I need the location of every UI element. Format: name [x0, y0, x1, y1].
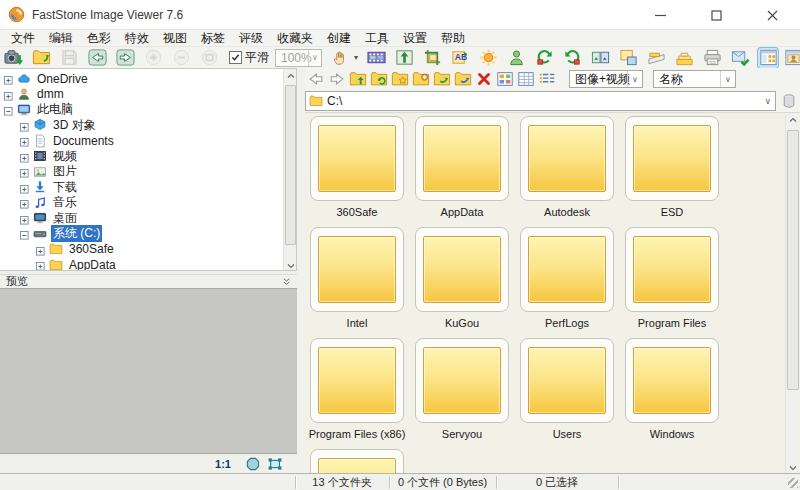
- folder-thumbnail[interactable]: PerfLogs: [520, 227, 614, 331]
- menu-item[interactable]: 文件: [4, 30, 42, 47]
- menu-item[interactable]: 标签: [194, 30, 232, 47]
- folder-card[interactable]: [520, 227, 614, 312]
- folder-card[interactable]: [310, 449, 404, 473]
- tree-item[interactable]: 桌面: [0, 211, 282, 227]
- tree-item[interactable]: Documents: [0, 133, 282, 149]
- smooth-checkbox[interactable]: 平滑: [229, 49, 269, 66]
- expand-icon[interactable]: [20, 214, 29, 223]
- menu-item[interactable]: 设置: [396, 30, 434, 47]
- filter-combo[interactable]: 图像+视频∨: [569, 70, 643, 88]
- hand-caret-icon[interactable]: ▾: [354, 53, 358, 62]
- nav-forward-button[interactable]: [326, 69, 347, 89]
- red-eye-button[interactable]: [506, 48, 526, 68]
- tree-item[interactable]: 音乐: [0, 195, 282, 211]
- folder-thumbnail[interactable]: AppData: [415, 116, 509, 220]
- folder-thumbnail[interactable]: Program Files: [625, 227, 719, 331]
- folder-thumbnail[interactable]: KuGou: [415, 227, 509, 331]
- menu-item[interactable]: 编辑: [42, 30, 80, 47]
- resize-button[interactable]: [618, 48, 638, 68]
- nav-back-button[interactable]: [305, 69, 326, 89]
- zoom-combo[interactable]: 100%∨: [275, 49, 322, 67]
- forward-button[interactable]: [115, 48, 135, 68]
- folder-card[interactable]: [415, 116, 509, 201]
- tree-item-label[interactable]: Documents: [51, 134, 116, 148]
- expand-icon[interactable]: [4, 74, 13, 83]
- list-view-button[interactable]: [536, 69, 557, 89]
- batch-rename-button[interactable]: AB: [450, 48, 470, 68]
- tree-item-label[interactable]: dmm: [35, 87, 66, 101]
- tree-item-label[interactable]: 桌面: [51, 210, 79, 227]
- scrollbar-thumb[interactable]: [285, 85, 296, 245]
- view-windowed-button[interactable]: [783, 48, 800, 68]
- expand-icon[interactable]: [20, 183, 29, 192]
- move-to-folder-button[interactable]: [452, 69, 473, 89]
- scan-button[interactable]: [646, 48, 666, 68]
- folder-card[interactable]: [625, 116, 719, 201]
- adjust-colors-button[interactable]: [478, 48, 498, 68]
- collapse-chevron-icon[interactable]: [282, 275, 291, 289]
- camera-button[interactable]: [3, 48, 23, 68]
- folder-card[interactable]: [310, 227, 404, 312]
- sort-combo[interactable]: 名称∨: [653, 70, 736, 88]
- hand-button[interactable]: [330, 48, 350, 68]
- collapse-icon[interactable]: [4, 105, 13, 114]
- zoom-out-button[interactable]: [171, 48, 191, 68]
- browser-scrollbar[interactable]: [785, 113, 799, 473]
- folder-card[interactable]: [415, 338, 509, 423]
- tree-item-label[interactable]: 音乐: [51, 194, 79, 211]
- minimize-button[interactable]: [632, 0, 688, 30]
- tree-item[interactable]: 系统 (C:): [0, 226, 282, 242]
- folder-card[interactable]: [415, 227, 509, 312]
- folder-thumbnail-partial[interactable]: [310, 449, 404, 473]
- folder-thumbnail[interactable]: ESD: [625, 116, 719, 220]
- tree-item[interactable]: 此电脑: [0, 102, 282, 118]
- maximize-button[interactable]: [688, 0, 744, 30]
- email-button[interactable]: [730, 48, 750, 68]
- recycle-bin-icon[interactable]: [779, 91, 799, 111]
- scrollbar-thumb[interactable]: [787, 130, 799, 390]
- zoom-in-button[interactable]: [143, 48, 163, 68]
- delete-button[interactable]: [473, 69, 494, 89]
- menu-item[interactable]: 收藏夹: [270, 30, 320, 47]
- folder-thumbnail[interactable]: Program Files (x86): [310, 338, 404, 442]
- menu-item[interactable]: 帮助: [434, 30, 472, 47]
- tree-item[interactable]: 下载: [0, 180, 282, 196]
- folder-up-button[interactable]: [347, 69, 368, 89]
- expand-icon[interactable]: [20, 136, 29, 145]
- menu-item[interactable]: 评级: [232, 30, 270, 47]
- tree-item-label[interactable]: 3D 对象: [51, 117, 98, 134]
- copy-to-folder-button[interactable]: [431, 69, 452, 89]
- folder-thumbnail[interactable]: Windows: [625, 338, 719, 442]
- folder-card[interactable]: [520, 338, 614, 423]
- tree-item[interactable]: AppData: [0, 257, 282, 271]
- tree-item[interactable]: dmm: [0, 87, 282, 103]
- expand-icon[interactable]: [36, 260, 45, 269]
- scroll-down-icon[interactable]: [284, 259, 297, 271]
- vertical-splitter[interactable]: [297, 68, 305, 473]
- menu-item[interactable]: 特效: [118, 30, 156, 47]
- tree-item-label[interactable]: 此电脑: [35, 101, 75, 118]
- tree-scrollbar[interactable]: [283, 69, 296, 271]
- tree-item-label[interactable]: 系统 (C:): [51, 225, 102, 242]
- menu-item[interactable]: 视图: [156, 30, 194, 47]
- tree-item[interactable]: 360Safe: [0, 242, 282, 258]
- expand-icon[interactable]: [20, 167, 29, 176]
- scroll-up-icon[interactable]: [284, 69, 297, 82]
- tree-item[interactable]: 图片: [0, 164, 282, 180]
- folder-card[interactable]: [625, 227, 719, 312]
- tree-item-label[interactable]: OneDrive: [35, 72, 90, 86]
- folder-thumbnail[interactable]: Servyou: [415, 338, 509, 442]
- folder-new-button[interactable]: [410, 69, 431, 89]
- open-folder-button[interactable]: [31, 48, 51, 68]
- rotate-left-button[interactable]: [534, 48, 554, 68]
- print-button[interactable]: [702, 48, 722, 68]
- folder-refresh-button[interactable]: [368, 69, 389, 89]
- expand-icon[interactable]: [36, 245, 45, 254]
- zoom-actual-button[interactable]: [199, 48, 219, 68]
- folder-favorites-button[interactable]: [389, 69, 410, 89]
- slideshow-button[interactable]: [366, 48, 386, 68]
- thumbnails-view-button[interactable]: [494, 69, 515, 89]
- tree-item-label[interactable]: 360Safe: [67, 242, 116, 256]
- compare-button[interactable]: [590, 48, 610, 68]
- image-upload-button[interactable]: [394, 48, 414, 68]
